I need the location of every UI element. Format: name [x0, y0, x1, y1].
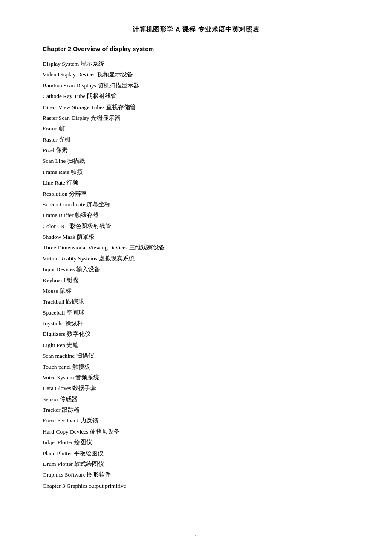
list-item: Shadow Mask 荫罩板 — [43, 231, 349, 242]
list-item: Cathode Ray Tube 阴极射线管 — [43, 91, 349, 101]
list-item: Voice System 音频系统 — [43, 372, 349, 383]
list-item: Mouse 鼠标 — [43, 286, 349, 296]
list-item: Color CRT 彩色阴极射线管 — [43, 221, 349, 231]
list-item: Display System 显示系统 — [43, 58, 349, 69]
list-item: Pixel 像素 — [43, 145, 349, 156]
list-item: Resolution 分辨率 — [43, 188, 349, 199]
list-item: Trackball 跟踪球 — [43, 296, 349, 307]
list-item: Input Devices 输入设备 — [43, 264, 349, 275]
list-item: Keyboard 键盘 — [43, 275, 349, 286]
list-item: Frame 帧 — [43, 123, 349, 134]
list-item: Line Rate 行频 — [43, 177, 349, 188]
page-number: 1 — [195, 533, 198, 540]
list-item: Drum Plotter 鼓式绘图仪 — [43, 459, 349, 469]
list-item: Sensor 传感器 — [43, 394, 349, 405]
list-item: Plane Plotter 平板绘图仪 — [43, 448, 349, 459]
list-item: Virtual Reality Systems 虚拟现实系统 — [43, 253, 349, 264]
list-item: Touch panel 触摸板 — [43, 361, 349, 372]
page-container: 计算机图形学 A 课程 专业术语中英对照表 Chapter 2 Overview… — [0, 0, 392, 555]
list-item: Graphics Software 图形软件 — [43, 469, 349, 480]
list-item: Raster 光栅 — [43, 134, 349, 145]
list-item: Random Scan Displays 随机扫描显示器 — [43, 80, 349, 91]
list-item: Scan Line 扫描线 — [43, 156, 349, 166]
page-title: 计算机图形学 A 课程 专业术语中英对照表 — [43, 26, 349, 34]
list-item: Inkjet Plotter 绘图仪 — [43, 437, 349, 448]
list-item: Spaceball 空间球 — [43, 307, 349, 318]
term-list: Display System 显示系统Video Display Devices… — [43, 58, 349, 491]
list-item: Data Gloves 数据手套 — [43, 383, 349, 393]
list-item: Frame Rate 帧频 — [43, 167, 349, 177]
list-item: Direct View Storage Tubes 直视存储管 — [43, 102, 349, 113]
chapter-heading: Chapter 2 Overview of display system — [43, 46, 349, 52]
list-item: Three Dimensional Viewing Devices 三维观察设备 — [43, 242, 349, 253]
list-item: Screen Coordinate 屏幕坐标 — [43, 199, 349, 210]
list-item: Raster Scan Display 光栅显示器 — [43, 113, 349, 123]
list-item: Hard-Copy Devices 硬拷贝设备 — [43, 426, 349, 437]
list-item: Light Pen 光笔 — [43, 340, 349, 350]
list-item: Video Display Devices 视频显示设备 — [43, 69, 349, 80]
list-item: Digitizers 数字化仪 — [43, 329, 349, 339]
list-item: Scan machine 扫描仪 — [43, 350, 349, 361]
list-item: Tracker 跟踪器 — [43, 405, 349, 415]
list-item: Chapter 3 Graphics output primitive — [43, 480, 349, 491]
list-item: Frame Buffer 帧缓存器 — [43, 210, 349, 220]
list-item: Force Feedback 力反馈 — [43, 415, 349, 426]
list-item: Joysticks 操纵杆 — [43, 318, 349, 329]
